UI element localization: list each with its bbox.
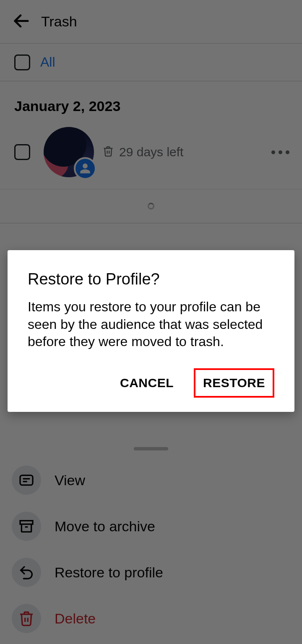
restore-button[interactable]: RESTORE — [194, 368, 274, 398]
dialog-actions: CANCEL RESTORE — [28, 368, 274, 398]
restore-dialog: Restore to Profile? Items you restore to… — [8, 250, 294, 412]
dialog-body: Items you restore to your profile can be… — [28, 298, 274, 351]
cancel-button[interactable]: CANCEL — [112, 370, 181, 396]
dialog-title: Restore to Profile? — [28, 270, 274, 288]
